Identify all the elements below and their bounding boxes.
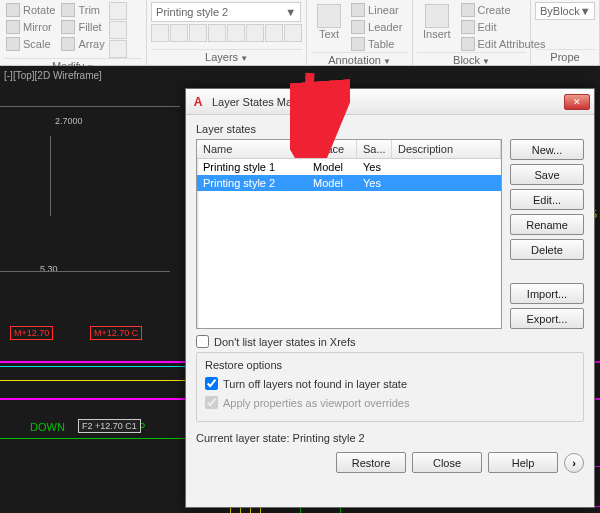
dimension-text: 2.7000	[55, 116, 83, 126]
trim-button[interactable]: Trim	[59, 2, 106, 18]
array-icon	[61, 37, 75, 51]
close-icon[interactable]: ✕	[564, 94, 590, 110]
list-row[interactable]: Printing style 1 Model Yes	[197, 159, 501, 175]
dimension-text: 5.30	[40, 264, 58, 274]
current-state-label: Current layer state: Printing style 2	[196, 432, 584, 444]
expand-button[interactable]: ›	[564, 453, 584, 473]
edit-button[interactable]: Edit...	[510, 189, 584, 210]
layer-states-dialog: A Layer States Manager ✕ Layer states Na…	[185, 88, 595, 508]
dialog-titlebar[interactable]: A Layer States Manager ✕	[186, 89, 594, 115]
table-button[interactable]: Table	[349, 36, 404, 52]
viewport-checkbox: Apply properties as viewport overrides	[205, 396, 575, 409]
dialog-title: Layer States Manager	[212, 96, 556, 108]
export-button[interactable]: Export...	[510, 308, 584, 329]
mirror-icon	[6, 20, 20, 34]
red-tag: M+12.70 C	[90, 326, 142, 340]
mirror-button[interactable]: Mirror	[4, 19, 57, 35]
insert-icon	[425, 4, 449, 28]
text-icon	[317, 4, 341, 28]
layer-states-list[interactable]: Name Space Sa... Description Printing st…	[196, 139, 502, 329]
col-space[interactable]: Space	[307, 140, 357, 158]
down-label: DOWN	[30, 421, 65, 433]
white-tag: F2 +12.70 C1	[78, 419, 141, 433]
trim-icon	[61, 3, 75, 17]
modify-extra-icon[interactable]	[109, 2, 127, 20]
close-button[interactable]: Close	[412, 452, 482, 473]
ribbon: Rotate Mirror Scale Trim Fillet Array Mo…	[0, 0, 600, 66]
editattr-icon	[461, 37, 475, 51]
list-row-selected[interactable]: Printing style 2 Model Yes	[197, 175, 501, 191]
chevron-down-icon: ▼	[285, 6, 296, 18]
layer-tool-icon[interactable]	[246, 24, 264, 42]
xrefs-checkbox[interactable]: Don't list layer states in Xrefs	[196, 335, 584, 348]
layer-tool-icon[interactable]	[265, 24, 283, 42]
rotate-button[interactable]: Rotate	[4, 2, 57, 18]
create-icon	[461, 3, 475, 17]
layer-tool-icon[interactable]	[227, 24, 245, 42]
chevron-right-icon: ›	[572, 457, 576, 469]
new-button[interactable]: New...	[510, 139, 584, 160]
layer-combo[interactable]: Printing style 2▼	[151, 2, 301, 22]
rotate-icon	[6, 3, 20, 17]
save-button[interactable]: Save	[510, 164, 584, 185]
group-label: Layer states	[196, 123, 584, 135]
layer-tool-icon[interactable]	[170, 24, 188, 42]
restore-button[interactable]: Restore	[336, 452, 406, 473]
panel-title-properties: Prope	[550, 51, 579, 63]
array-button[interactable]: Array	[59, 36, 106, 52]
fillet-icon	[61, 20, 75, 34]
bylayer-combo[interactable]: ByBlock▼	[535, 2, 595, 20]
modify-extra-icon[interactable]	[109, 21, 127, 39]
panel-title-layers: Layers	[205, 51, 238, 63]
table-icon	[351, 37, 365, 51]
leader-button[interactable]: Leader	[349, 19, 404, 35]
layer-tool-icon[interactable]	[189, 24, 207, 42]
linear-icon	[351, 3, 365, 17]
col-desc[interactable]: Description	[392, 140, 501, 158]
panel-title-block: Block	[453, 54, 480, 66]
fillet-button[interactable]: Fillet	[59, 19, 106, 35]
linear-button[interactable]: Linear	[349, 2, 404, 18]
delete-button[interactable]: Delete	[510, 239, 584, 260]
viewport-label[interactable]: [-][Top][2D Wireframe]	[4, 70, 102, 81]
panel-title-annotation: Annotation	[328, 54, 381, 66]
restore-legend: Restore options	[205, 359, 575, 371]
turnoff-checkbox[interactable]: Turn off layers not found in layer state	[205, 377, 575, 390]
layer-tool-icon[interactable]	[151, 24, 169, 42]
rename-button[interactable]: Rename	[510, 214, 584, 235]
list-header[interactable]: Name Space Sa... Description	[197, 140, 501, 159]
layer-tool-icon[interactable]	[284, 24, 302, 42]
import-button[interactable]: Import...	[510, 283, 584, 304]
modify-extra-icon[interactable]	[109, 40, 127, 58]
app-icon: A	[190, 94, 206, 110]
restore-options-group: Restore options Turn off layers not foun…	[196, 352, 584, 422]
layer-tool-icon[interactable]	[208, 24, 226, 42]
leader-icon	[351, 20, 365, 34]
scale-icon	[6, 37, 20, 51]
insert-button[interactable]: Insert	[417, 2, 457, 52]
text-button[interactable]: Text	[311, 2, 347, 52]
help-button[interactable]: Help	[488, 452, 558, 473]
col-name[interactable]: Name	[197, 140, 307, 158]
red-tag: M+12.70	[10, 326, 53, 340]
scale-button[interactable]: Scale	[4, 36, 57, 52]
edit-icon	[461, 20, 475, 34]
col-sa[interactable]: Sa...	[357, 140, 392, 158]
